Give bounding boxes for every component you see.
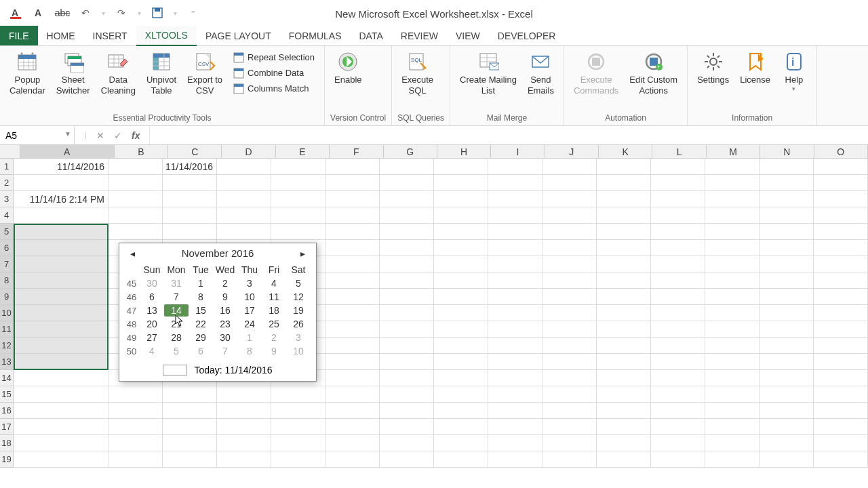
cell-K6[interactable] [597,240,651,256]
cell-K14[interactable] [597,370,651,386]
row-header-12[interactable]: 12 [0,338,14,354]
cell-I16[interactable] [488,403,542,419]
cell-D5[interactable] [217,224,271,240]
calendar-day[interactable]: 28 [164,332,189,343]
cell-H1[interactable] [434,159,488,175]
calendar-day[interactable]: 15 [189,305,213,316]
cell-I11[interactable] [488,321,542,338]
row-header-15[interactable]: 15 [0,386,14,403]
cell-K16[interactable] [597,403,651,419]
cell-D1[interactable] [217,159,271,175]
cell-F9[interactable] [326,289,380,305]
cell-F15[interactable] [326,386,380,403]
cell-J16[interactable] [542,403,597,419]
cell-G14[interactable] [380,370,434,386]
cell-G7[interactable] [380,256,434,272]
calendar-month-label[interactable]: November 2016 [182,247,254,259]
tab-page-layout[interactable]: PAGE LAYOUT [197,26,280,45]
cell-B15[interactable] [108,386,163,403]
calendar-day[interactable]: 8 [237,346,262,357]
calendar-day[interactable]: 18 [262,305,286,316]
cell-O19[interactable] [814,451,868,468]
cell-J15[interactable] [542,386,597,403]
cell-K5[interactable] [597,224,651,240]
cell-K17[interactable] [597,419,651,435]
cell-F13[interactable] [326,354,380,370]
cell-H13[interactable] [434,354,488,370]
cell-N16[interactable] [760,403,814,419]
prev-month-icon[interactable]: ◂ [126,248,139,259]
select-all-corner[interactable] [0,145,20,158]
row-header-16[interactable]: 16 [0,403,14,419]
cell-F7[interactable] [326,256,380,272]
cell-H7[interactable] [434,256,488,272]
cell-L4[interactable] [651,207,705,224]
cell-E16[interactable] [271,403,326,419]
cell-O12[interactable] [814,338,868,354]
create-mailing-list-button[interactable]: Create MailingList [456,49,521,98]
calendar-day[interactable]: 10 [237,291,262,302]
cell-J3[interactable] [542,191,597,207]
cell-M6[interactable] [705,240,760,256]
tab-insert[interactable]: INSERT [84,26,136,45]
cell-L7[interactable] [651,256,705,272]
cell-I15[interactable] [488,386,542,403]
cell-O2[interactable] [814,175,868,191]
cell-J7[interactable] [542,256,597,272]
cell-J1[interactable] [542,159,597,175]
row-header-19[interactable]: 19 [0,451,14,468]
cell-H16[interactable] [434,403,488,419]
tab-data[interactable]: DATA [351,26,392,45]
cell-A15[interactable] [14,386,108,403]
cell-O17[interactable] [814,419,868,435]
cell-N2[interactable] [760,175,814,191]
cell-L17[interactable] [651,419,705,435]
export-to-csv-button[interactable]: CSVExport toCSV [183,49,226,98]
cell-F5[interactable] [326,224,380,240]
cell-K4[interactable] [597,207,651,224]
cell-L13[interactable] [651,354,705,370]
cell-H4[interactable] [434,207,488,224]
calendar-day[interactable]: 4 [262,278,286,289]
name-box[interactable]: A5 ▼ [0,126,75,144]
cell-C2[interactable] [163,175,217,191]
calendar-day[interactable]: 11 [262,291,286,302]
cell-D16[interactable] [217,403,271,419]
cell-F14[interactable] [326,370,380,386]
today-label[interactable]: Today: 11/14/2016 [194,365,272,375]
cell-N9[interactable] [760,289,814,305]
calendar-day[interactable]: 25 [262,319,286,329]
calendar-day[interactable]: 26 [286,319,311,329]
cell-G11[interactable] [380,321,434,338]
cell-M5[interactable] [705,224,760,240]
col-header-A[interactable]: A [20,145,115,158]
cell-B4[interactable] [108,207,163,224]
cell-G6[interactable] [380,240,434,256]
cell-A14[interactable] [14,370,108,386]
cell-A1[interactable]: 11/14/2016 [14,159,108,175]
cell-J8[interactable] [542,272,597,289]
cell-I10[interactable] [488,305,542,321]
cell-J10[interactable] [542,305,597,321]
row-header-14[interactable]: 14 [0,370,14,386]
cell-E2[interactable] [271,175,326,191]
calendar-day[interactable]: 7 [213,346,237,357]
cell-A12[interactable] [14,338,108,354]
row-header-7[interactable]: 7 [0,256,14,272]
cell-H14[interactable] [434,370,488,386]
col-header-J[interactable]: J [545,145,599,158]
cell-I18[interactable] [488,435,542,451]
cell-A8[interactable] [14,272,108,289]
font-icon[interactable]: A [33,6,46,20]
tab-home[interactable]: HOME [38,26,84,45]
calendar-day[interactable]: 21 [164,319,189,329]
cell-O7[interactable] [814,256,868,272]
cell-G3[interactable] [380,191,434,207]
cell-K8[interactable] [597,272,651,289]
col-header-B[interactable]: B [115,145,168,158]
col-header-L[interactable]: L [652,145,706,158]
cell-C16[interactable] [163,403,217,419]
save-icon[interactable] [151,6,164,20]
cell-D19[interactable] [217,451,271,468]
cell-G2[interactable] [380,175,434,191]
